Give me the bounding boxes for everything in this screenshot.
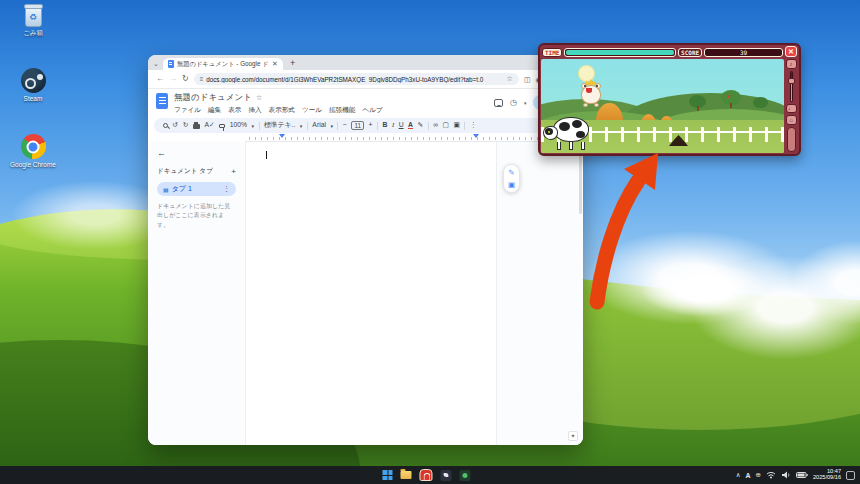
toolbar-separator (337, 122, 338, 130)
edit-pencil-icon[interactable]: ✎ (508, 169, 514, 177)
recycle-bin-icon: ♻ (25, 6, 42, 27)
volume-slider[interactable] (787, 71, 796, 102)
font-select[interactable]: Arial (312, 122, 326, 129)
site-settings-icon[interactable]: ≡ (200, 76, 204, 82)
start-button[interactable] (382, 470, 392, 480)
insert-link-icon[interactable]: ∞ (433, 122, 438, 129)
tree-trunk (697, 106, 699, 111)
sound-button[interactable]: ♪ (786, 59, 797, 69)
more-options-icon[interactable]: ⋮ (470, 122, 477, 129)
url-text: docs.google.com/document/d/1Gi3WhEVaPR2t… (206, 76, 503, 83)
tab-title: 無題のドキュメント - Google ドキ... (177, 60, 269, 69)
text-color-button[interactable]: A (408, 122, 413, 130)
menu-insert[interactable]: 挿入 (248, 106, 261, 115)
menu-file[interactable]: ファイル (174, 106, 201, 115)
reload-icon[interactable]: ↻ (182, 75, 189, 83)
desktop-icon-recycle-bin[interactable]: ♻ ごみ箱 (6, 6, 60, 36)
highlight-button[interactable]: ✎ (418, 122, 424, 129)
font-size-field[interactable]: 11 (351, 121, 364, 130)
undo-icon[interactable]: ↺ (173, 122, 179, 129)
italic-button[interactable]: I (392, 122, 394, 129)
close-icon[interactable]: ✕ (785, 46, 797, 57)
font-size-decrease[interactable]: − (343, 122, 347, 129)
menu-help[interactable]: ヘルプ (362, 106, 382, 115)
clock[interactable]: 10:47 2025/09/16 (813, 469, 841, 480)
tab1-menu-icon[interactable]: ⋮ (223, 185, 230, 193)
collapse-sidebar-icon[interactable]: ← (157, 148, 236, 158)
camera-button[interactable]: ⌂ (786, 115, 797, 125)
print-icon[interactable] (193, 124, 200, 129)
wifi-icon[interactable] (766, 471, 776, 479)
style-chevron-icon[interactable]: ▾ (300, 123, 303, 129)
bold-button[interactable]: B (383, 122, 388, 129)
text-cursor (266, 151, 267, 159)
insert-image-icon[interactable]: ▣ (454, 122, 460, 129)
desktop-icon-steam[interactable]: Steam (6, 68, 60, 102)
ime-indicator[interactable]: A (745, 472, 750, 479)
tray-chevron-icon[interactable]: ∧ (736, 472, 741, 479)
menu-extensions[interactable]: 拡張機能 (329, 106, 355, 115)
file-explorer-icon[interactable] (400, 471, 411, 479)
zoom-select[interactable]: 100% (230, 122, 247, 129)
back-icon[interactable]: ← (156, 75, 164, 83)
ruler (245, 134, 557, 142)
explore-button[interactable]: ✦ (568, 431, 578, 441)
underline-button[interactable]: U (399, 122, 404, 129)
icon-label: Google Chrome (10, 161, 56, 168)
tab-close-icon[interactable]: ✕ (272, 60, 278, 68)
browser-tab-docs[interactable]: 無題のドキュメント - Google ドキ... ✕ (163, 58, 283, 70)
game-scene[interactable] (541, 59, 784, 153)
desktop-icon-chrome[interactable]: Google Chrome (6, 134, 60, 168)
font-chevron-icon[interactable]: ▾ (330, 123, 333, 129)
insert-comment-icon[interactable]: ▢ (443, 122, 449, 129)
right-indent-marker[interactable] (473, 134, 479, 138)
omnibox[interactable]: ≡ docs.google.com/document/d/1Gi3WhEVaPR… (194, 73, 519, 85)
game-app-icon[interactable] (419, 469, 432, 481)
side-panel-handle[interactable] (787, 127, 796, 152)
speaker-icon[interactable] (781, 471, 791, 479)
chevron-down-icon[interactable]: ▾ (524, 100, 527, 106)
font-size-increase[interactable]: + (369, 122, 373, 129)
version-history-icon[interactable]: ◷ (510, 99, 517, 107)
zoom-chevron-icon[interactable]: ▾ (252, 123, 255, 129)
add-tab-button[interactable]: + (231, 167, 236, 176)
forward-icon[interactable]: → (169, 75, 177, 83)
document-canvas: ✎ ▣ ✦ (245, 142, 583, 445)
paragraph-style-select[interactable]: 標準テキ.. (264, 122, 295, 129)
score-value: 39 (740, 50, 747, 56)
paint-format-icon[interactable] (219, 124, 225, 128)
menu-tools[interactable]: ツール (302, 106, 322, 115)
search-icon[interactable] (163, 123, 168, 128)
cow-spot (576, 131, 585, 138)
document-page[interactable] (245, 142, 497, 445)
bookmark-star-icon[interactable]: ☆ (507, 75, 513, 83)
battery-icon[interactable] (796, 471, 808, 479)
volume-knob[interactable] (788, 78, 795, 84)
notification-center-icon[interactable] (846, 471, 855, 480)
extension-icon-1[interactable]: ◫ (524, 76, 531, 83)
menu-edit[interactable]: 編集 (208, 106, 221, 115)
star-document-icon[interactable]: ☆ (256, 94, 262, 102)
menu-view[interactable]: 表示 (228, 106, 241, 115)
menu-format[interactable]: 表示形式 (269, 106, 295, 115)
spellcheck-icon[interactable]: A✓ (204, 122, 214, 129)
app-icon-dark[interactable] (440, 470, 451, 481)
cow-leg (569, 142, 573, 150)
tabs-header: ドキュメント タブ (157, 167, 213, 176)
accessibility-icon[interactable]: ⊕ (756, 472, 761, 479)
document-title[interactable]: 無題のドキュメント (174, 92, 252, 104)
docs-logo-icon[interactable] (156, 93, 168, 109)
game-hud: TIME SCORE 39 (541, 46, 784, 59)
app-icon-green[interactable] (459, 470, 470, 481)
new-tab-button[interactable]: + (290, 58, 295, 68)
tab-search-icon[interactable]: ⌄ (153, 60, 159, 68)
add-image-icon[interactable]: ▣ (508, 181, 515, 189)
comment-history-icon[interactable] (494, 99, 503, 107)
redo-icon[interactable]: ↻ (183, 122, 189, 129)
cow-spot (559, 122, 570, 131)
tab-strip: ⌄ 無題のドキュメント - Google ドキ... ✕ + (148, 55, 583, 70)
left-indent-marker[interactable] (279, 134, 285, 138)
sidebar-item-tab1[interactable]: ▤ タブ 1 ⋮ (157, 182, 236, 196)
hamster-eye (584, 85, 586, 87)
mute-button[interactable]: ♩ (786, 104, 797, 114)
